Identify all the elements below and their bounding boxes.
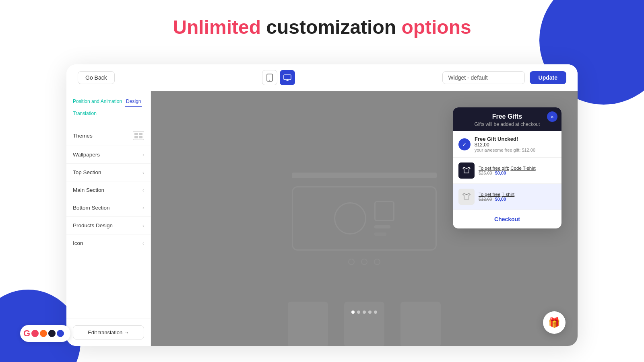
tab-position-animation[interactable]: Position and Animation [72, 97, 123, 107]
sidebar-item-main-section-label: Main Section [73, 187, 104, 193]
sidebar-item-themes-label: Themes [73, 133, 93, 139]
mobile-device-button[interactable] [262, 70, 277, 85]
sidebar-item-main-section[interactable]: Main Section ‹ [66, 181, 151, 199]
sidebar-item-wallpapers-label: Wallpapers [73, 152, 100, 158]
gift-item-2-free-price: $0,00 [495, 171, 506, 175]
svg-rect-2 [284, 75, 291, 80]
shirt-shape [344, 302, 384, 346]
gift-item-2-info: To get free gift: Code T-shirt $25.00 $0… [479, 166, 556, 175]
gift-item-2-product-name: Code T-shirt [510, 166, 535, 171]
checkout-button[interactable]: Checkout [494, 216, 520, 222]
sidebar-tabs: Position and Animation Design Translatio… [66, 91, 151, 122]
go-back-button[interactable]: Go Back [78, 71, 115, 84]
gift-item-3-pricing: $12.00 $0,00 [479, 197, 556, 202]
gift-fab-button[interactable]: 🎁 [543, 311, 566, 334]
logo-dot-red [31, 330, 39, 337]
sidebar-item-top-section-label: Top Section [73, 169, 101, 175]
shirt-shape [400, 302, 441, 346]
gift-item-1[interactable]: ✓ Free Gift Uncked! $12,00 your awesome … [453, 131, 561, 158]
sidebar-item-icon[interactable]: Icon ‹ [66, 234, 151, 252]
logo-dot-orange [40, 330, 47, 337]
widget-popup-body: ✓ Free Gift Uncked! $12,00 your awesome … [453, 131, 561, 228]
themes-grid-icon [133, 131, 144, 140]
gift-item-3-free-price: $0,00 [495, 197, 506, 202]
app-window: Go Back Update Positi [66, 64, 578, 346]
chevron-right-icon: ‹ [142, 152, 144, 158]
gift-check-icon: ✓ [458, 138, 471, 150]
sidebar-item-top-section[interactable]: Top Section ‹ [66, 164, 151, 181]
preview-area: Free Gifts Gifts will be added at checko… [151, 91, 578, 346]
grid-cell [134, 136, 138, 138]
gift-item-1-desc: your awesome free gift: $12.00 [475, 148, 556, 152]
gift-item-3-img [458, 189, 475, 205]
gift-item-1-title: Free Gift Uncked! [475, 136, 556, 142]
chevron-right-icon: ‹ [142, 205, 144, 211]
shirt-shape [288, 302, 328, 346]
gift-item-1-price: $12,00 [475, 142, 556, 148]
sidebar: Position and Animation Design Translatio… [66, 91, 151, 346]
page-title: Unlimited customization options [0, 0, 644, 50]
toolbar: Go Back Update [66, 64, 578, 91]
logo-dots [31, 330, 64, 337]
device-switcher [262, 70, 295, 85]
logo-brand: G [20, 325, 70, 342]
sidebar-item-products-design-label: Products Design [73, 222, 113, 228]
title-part2: customization [266, 16, 401, 38]
desktop-device-button[interactable] [280, 70, 295, 85]
update-button[interactable]: Update [530, 71, 566, 84]
chevron-right-icon: ‹ [142, 187, 144, 193]
widget-popup-header: Free Gifts Gifts will be added at checko… [453, 107, 561, 131]
gift-item-2-label: To get free gift: Code T-shirt [479, 166, 556, 171]
gift-item-3-product-name: T-shirt [502, 192, 514, 197]
sidebar-footer: Edit translation → [66, 319, 151, 346]
logo-container: G [20, 325, 70, 342]
gift-item-3-label: To get free T-shirt [479, 192, 556, 197]
grid-cell [139, 133, 142, 135]
grid-cell [139, 136, 142, 138]
gift-item-2-original-price: $25.00 [479, 171, 492, 175]
widget-popup: Free Gifts Gifts will be added at checko… [453, 107, 561, 228]
logo-dot-blue [57, 330, 64, 337]
gift-fab-icon: 🎁 [548, 317, 560, 328]
sidebar-item-products-design[interactable]: Products Design ‹ [66, 217, 151, 234]
title-part1: Unlimited [173, 16, 261, 38]
preview-bottom-items [151, 302, 578, 346]
gift-item-3-info: To get free T-shirt $12.00 $0,00 [479, 192, 556, 202]
tab-translation[interactable]: Translation [72, 109, 97, 118]
logo-dot-dark [48, 330, 56, 337]
gift-item-3-original-price: $12.00 [479, 197, 492, 202]
edit-translation-button[interactable]: Edit translation → [73, 325, 144, 339]
sidebar-item-themes[interactable]: Themes [66, 125, 151, 146]
chevron-right-icon: ‹ [142, 223, 144, 228]
chevron-right-icon: ‹ [142, 170, 144, 175]
title-part3: options [401, 16, 471, 38]
toolbar-right: Update [442, 71, 566, 84]
popup-title: Free Gifts [459, 113, 555, 120]
sidebar-item-icon-label: Icon [73, 240, 83, 246]
sidebar-item-bottom-section[interactable]: Bottom Section ‹ [66, 199, 151, 217]
sidebar-item-bottom-section-label: Bottom Section [73, 205, 110, 211]
svg-point-1 [269, 80, 270, 81]
gift-item-2[interactable]: To get free gift: Code T-shirt $25.00 $0… [453, 158, 561, 184]
logo-g-letter: G [23, 328, 30, 339]
gift-item-1-info: Free Gift Uncked! $12,00 your awesome fr… [475, 136, 556, 152]
gift-item-2-img [458, 162, 475, 179]
widget-select-input[interactable] [442, 71, 525, 84]
chevron-right-icon: ‹ [142, 241, 144, 246]
popup-close-button[interactable]: × [547, 111, 557, 122]
popup-checkout: Checkout [453, 210, 561, 228]
gift-item-3[interactable]: To get free T-shirt $12.00 $0,00 [453, 184, 561, 210]
sidebar-items-list: Themes Wallpapers ‹ Top Section [66, 122, 151, 319]
gift-item-2-pricing: $25.00 $0,00 [479, 171, 556, 175]
content-area: Position and Animation Design Translatio… [66, 91, 578, 346]
grid-cell [134, 133, 138, 135]
sidebar-item-wallpapers[interactable]: Wallpapers ‹ [66, 146, 151, 164]
popup-subtitle: Gifts will be added at checkout [459, 121, 555, 127]
tab-design[interactable]: Design [125, 97, 142, 107]
